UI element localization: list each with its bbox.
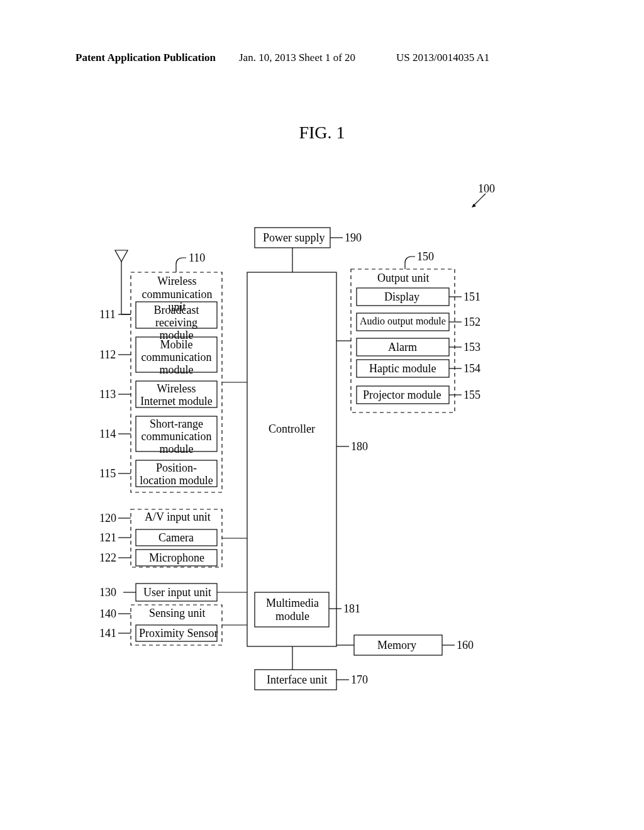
power-supply-ref: 190 [345,231,362,245]
mobile-label: Mobile communication module [138,339,214,376]
interface-label: Interface unit [267,673,327,687]
shortrange-label: Short-range communication module [138,418,214,455]
haptic-ref: 154 [464,362,480,375]
posloc-ref: 115 [99,467,116,480]
mobile-ref: 112 [99,348,116,362]
camera-label: Camera [158,531,194,545]
audio-ref: 152 [464,316,480,329]
proximity-ref: 141 [99,627,116,640]
memory-label: Memory [377,639,416,652]
av-title: A/V input unit [145,511,211,524]
display-ref: 151 [464,290,480,304]
proximity-label: Proximity Sensor [139,627,218,640]
wireless-unit-ref: 110 [189,252,205,265]
leader-150 [405,257,415,269]
controller-box [247,272,336,646]
av-ref: 120 [99,512,116,525]
memory-ref: 160 [457,639,474,652]
device-ref-arrow [472,194,486,208]
sensing-ref: 140 [99,607,116,621]
leader-110 [176,258,186,272]
broadcast-ref: 111 [99,308,116,321]
alarm-ref: 153 [464,341,480,354]
page: Patent Application Publication Jan. 10, … [0,0,644,830]
camera-ref: 121 [99,531,116,545]
haptic-label: Haptic module [369,362,436,375]
user-input-ref: 130 [99,586,116,599]
sensing-title: Sensing unit [149,607,206,620]
controller-label: Controller [269,423,315,436]
controller-ref: 180 [351,440,368,453]
projector-ref: 155 [464,389,480,402]
audio-label: Audio output module [360,316,446,327]
figure-diagram [0,0,644,830]
multimedia-label: Multimedia module [264,597,321,622]
winternet-label: Wireless Internet module [138,383,214,408]
output-unit-title: Output unit [377,272,430,285]
projector-label: Projector module [363,389,441,402]
display-label: Display [384,290,419,304]
broadcast-label: Broadcast receiving module [138,304,214,341]
user-input-label: User input unit [143,586,211,599]
microphone-ref: 122 [99,551,116,565]
multimedia-ref: 181 [343,602,360,616]
winternet-ref: 113 [99,388,116,401]
microphone-label: Microphone [149,551,204,565]
power-supply-label: Power supply [263,231,325,245]
posloc-label: Position-location module [138,462,214,487]
output-unit-ref: 150 [417,250,434,263]
interface-ref: 170 [351,673,368,687]
antenna-icon [115,250,128,314]
device-ref: 100 [478,182,495,196]
alarm-label: Alarm [388,341,417,354]
shortrange-ref: 114 [99,428,116,441]
